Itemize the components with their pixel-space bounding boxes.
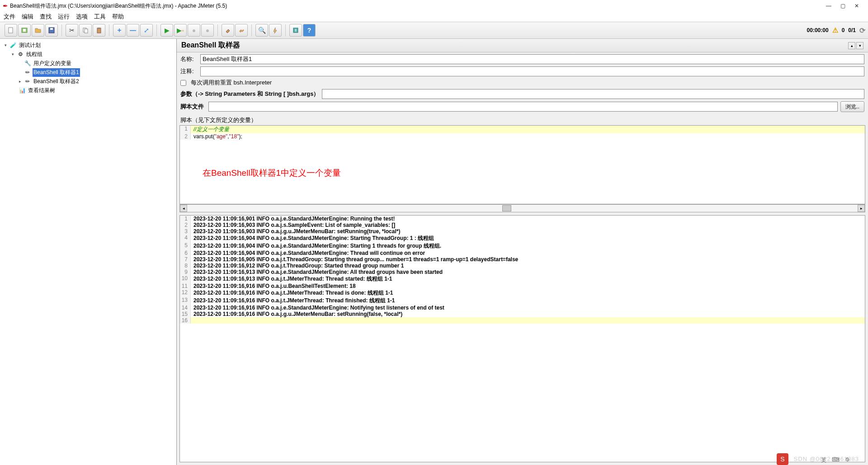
menu-run[interactable]: 运行	[58, 13, 70, 21]
log-line: 72023-12-20 11:09:16,905 INFO o.a.j.t.Th…	[180, 256, 865, 263]
log-line: 82023-12-20 11:09:16,912 INFO o.a.j.t.Th…	[180, 263, 865, 269]
active-threads: 0/1	[848, 27, 856, 33]
svg-rect-4	[50, 28, 53, 30]
tree-node-thread-group[interactable]: ▾ ⚙ 线程组	[1, 50, 175, 59]
start-no-pause-button[interactable]: ▶∞	[174, 24, 187, 37]
menu-edit[interactable]: 编辑	[22, 13, 33, 21]
tree-node-user-vars[interactable]: 🔧 用户定义的变量	[1, 59, 175, 68]
new-button[interactable]	[5, 24, 17, 37]
watermark: SDN @0022 5461083	[794, 456, 859, 462]
script-file-input[interactable]	[208, 102, 838, 112]
log-line: 22023-12-20 11:09:16,903 INFO o.a.j.s.Sa…	[180, 222, 865, 228]
menu-help[interactable]: 帮助	[112, 13, 124, 21]
close-button[interactable]: ✕	[854, 3, 859, 9]
log-panel[interactable]: 12023-12-20 11:09:16,901 INFO o.a.j.e.St…	[179, 215, 865, 462]
menu-options[interactable]: 选项	[76, 13, 88, 21]
script-file-label: 脚本文件	[180, 103, 206, 111]
clear-all-button[interactable]	[235, 24, 248, 37]
panel-down-button[interactable]: ▾	[856, 42, 863, 49]
svg-rect-0	[9, 28, 13, 33]
log-line: 32023-12-20 11:09:16,903 INFO o.a.j.g.u.…	[180, 228, 865, 235]
window-titlebar: ✒ BeanShell组件语法.jmx (C:\Users\xiongjian\…	[0, 0, 868, 12]
gear-icon: ⚙	[17, 51, 24, 58]
tree-node-results[interactable]: 📊 查看结果树	[1, 86, 175, 95]
script-area-label: 脚本（见下文所定义的变量）	[177, 115, 868, 125]
window-title: BeanShell组件语法.jmx (C:\Users\xiongjian\Be…	[10, 2, 826, 10]
templates-button[interactable]	[18, 24, 31, 37]
wrench-icon: 🔧	[24, 60, 31, 67]
collapse-button[interactable]: —	[127, 24, 139, 37]
name-input[interactable]	[200, 54, 864, 64]
log-line: 102023-12-20 11:09:16,913 INFO o.a.j.t.J…	[180, 275, 865, 283]
ime-badge: S	[777, 453, 788, 465]
warning-count: 0	[842, 27, 845, 33]
log-line: 12023-12-20 11:09:16,901 INFO o.a.j.e.St…	[180, 216, 865, 222]
horizontal-scrollbar[interactable]: ◂ ▸	[179, 204, 865, 212]
scroll-left-icon[interactable]: ◂	[180, 205, 187, 212]
log-line: 92023-12-20 11:09:16,913 INFO o.a.j.e.St…	[180, 269, 865, 275]
pencil-icon: ✏	[24, 78, 31, 85]
log-line: 122023-12-20 11:09:16,916 INFO o.a.j.t.J…	[180, 289, 865, 297]
expander-icon[interactable]: ▾	[10, 52, 15, 56]
toggle-button[interactable]: ⤢	[140, 24, 153, 37]
pencil-icon: ✏	[24, 69, 31, 76]
minimize-button[interactable]: —	[826, 3, 831, 9]
scroll-thumb[interactable]	[502, 205, 511, 211]
scroll-track[interactable]	[187, 205, 858, 211]
reset-interpreter-label: 每次调用前重置 bsh.Interpreter	[191, 79, 272, 87]
clear-button[interactable]	[222, 24, 234, 37]
flask-icon: 🧪	[9, 42, 17, 49]
config-panel: BeanShell 取样器 ▴ ▾ 名称: 注释: 每次调用前重置 bsh.In…	[177, 39, 868, 465]
chart-icon: 📊	[19, 87, 26, 94]
copy-button[interactable]	[79, 24, 92, 37]
warning-icon[interactable]: ⚠	[832, 26, 838, 34]
reload-icon[interactable]: ⟳	[859, 26, 865, 35]
log-line: 112023-12-20 11:09:16,916 INFO o.a.j.u.B…	[180, 283, 865, 289]
log-line: 142023-12-20 11:09:16,916 INFO o.a.j.e.S…	[180, 305, 865, 311]
paste-button[interactable]	[93, 24, 105, 37]
expander-icon[interactable]: ▸	[17, 79, 23, 84]
comment-label: 注释:	[180, 67, 198, 75]
search-button[interactable]: 🔍	[255, 24, 268, 37]
menu-tools[interactable]: 工具	[94, 13, 106, 21]
svg-rect-2	[23, 29, 26, 32]
start-button[interactable]: ▶	[160, 24, 173, 37]
menubar: 文件 编辑 查找 运行 选项 工具 帮助	[0, 12, 868, 22]
svg-rect-8	[98, 28, 100, 29]
about-button[interactable]: ?	[303, 24, 316, 37]
expand-button[interactable]: ＋	[113, 24, 126, 37]
menu-search[interactable]: 查找	[40, 13, 52, 21]
log-line: 42023-12-20 11:09:16,904 INFO o.a.j.e.St…	[180, 235, 865, 242]
browse-button[interactable]: 浏览..	[840, 101, 864, 112]
annotation-text: 在BeanShell取样器1中定义一个变量	[203, 167, 341, 179]
cut-button[interactable]: ✂	[66, 24, 78, 37]
reset-interpreter-checkbox[interactable]	[180, 80, 186, 86]
panel-up-button[interactable]: ▴	[848, 42, 855, 49]
scroll-right-icon[interactable]: ▸	[858, 205, 865, 212]
log-line: 132023-12-20 11:09:16,916 INFO o.a.j.t.J…	[180, 297, 865, 305]
menu-file[interactable]: 文件	[4, 13, 15, 21]
stop-button[interactable]: ●	[188, 24, 200, 37]
tree-node-sampler1[interactable]: ✏ BeanShell 取样器1	[1, 68, 175, 77]
svg-rect-6	[85, 29, 88, 33]
elapsed-time: 00:00:00	[807, 27, 829, 33]
comment-input[interactable]	[200, 66, 864, 76]
function-helper-button[interactable]	[269, 24, 282, 37]
test-plan-tree[interactable]: ▾ 🧪 测试计划 ▾ ⚙ 线程组 🔧 用户定义的变量 ✏ BeanShell 取…	[0, 39, 177, 465]
tree-node-sampler2[interactable]: ▸ ✏ BeanShell 取样器2	[1, 77, 175, 86]
parameters-label: 参数（-> String Parameters 和 String [ ]bsh.…	[180, 90, 319, 98]
panel-title: BeanShell 取样器	[181, 41, 240, 50]
save-button[interactable]	[45, 24, 58, 37]
log-line: 152023-12-20 11:09:16,916 INFO o.a.j.g.u…	[180, 311, 865, 317]
open-button[interactable]	[32, 24, 44, 37]
script-editor[interactable]: 1//定义一个变量 2vars.put("age","18"); 在BeanSh…	[179, 125, 865, 204]
name-label: 名称:	[180, 55, 198, 63]
expander-icon[interactable]: ▾	[3, 43, 8, 47]
maximize-button[interactable]: ▢	[840, 3, 845, 9]
parameters-input[interactable]	[322, 89, 864, 99]
log-line: 16	[180, 317, 865, 324]
tree-node-test-plan[interactable]: ▾ 🧪 测试计划	[1, 41, 175, 50]
help-button[interactable]	[289, 24, 302, 37]
toolbar: ✂ ＋ — ⤢ ▶ ▶∞ ● ● 🔍 ? 00:00:00 ⚠ 0 0/1 ⟳	[0, 22, 868, 39]
shutdown-button[interactable]: ●	[201, 24, 214, 37]
